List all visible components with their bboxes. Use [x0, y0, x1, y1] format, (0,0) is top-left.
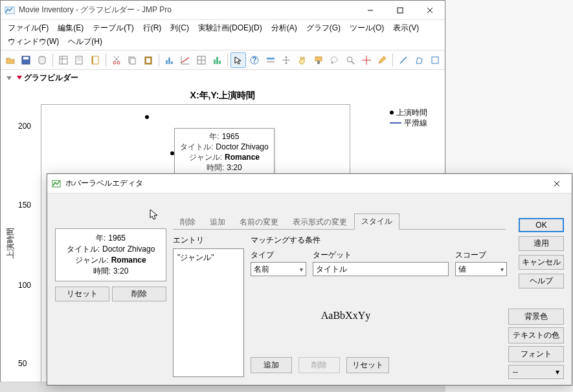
menu-tools[interactable]: ツール(O)	[345, 21, 388, 35]
form-add-button[interactable]: 追加	[251, 357, 292, 373]
svg-line-50	[400, 57, 407, 63]
svg-rect-21	[130, 58, 135, 64]
svg-marker-54	[17, 76, 22, 80]
svg-line-47	[352, 61, 354, 64]
window-title: Movie Inventory - グラフビルダー - JMP Pro	[19, 5, 355, 16]
toolbar-zoom-icon[interactable]	[343, 52, 358, 68]
svg-rect-8	[60, 56, 67, 64]
toolbar-fitY-icon[interactable]	[178, 52, 194, 68]
apply-button[interactable]: 適用	[519, 236, 564, 251]
cancel-button[interactable]: キャンセル	[519, 255, 564, 270]
toolbar-fitmodel-icon[interactable]	[194, 52, 209, 68]
menu-tables[interactable]: テーブル(T)	[88, 21, 138, 35]
menu-rows[interactable]: 行(R)	[139, 21, 166, 35]
target-input[interactable]: タイトル	[313, 262, 449, 276]
toolbar-paste-icon[interactable]	[140, 52, 156, 68]
svg-rect-39	[267, 61, 275, 63]
scope-label: スコープ	[455, 250, 506, 261]
svg-marker-53	[6, 76, 12, 80]
hotspot-icon[interactable]	[16, 74, 23, 83]
toolbar-brush-icon[interactable]	[311, 52, 326, 68]
maximize-button[interactable]	[385, 1, 415, 19]
toolbar-copy-icon[interactable]	[125, 52, 140, 68]
svg-point-16	[113, 61, 116, 64]
target-label: ターゲット	[313, 250, 449, 261]
toolbar-newscript-icon[interactable]	[72, 52, 87, 68]
toolbar-scroller-icon[interactable]	[278, 52, 294, 68]
app-icon	[5, 5, 15, 16]
tab-delete[interactable]: 削除	[173, 214, 203, 230]
menu-window[interactable]: ウィンドウ(W)	[3, 35, 63, 49]
toolbar-arrow-icon[interactable]	[230, 52, 246, 68]
toolbar-help-icon[interactable]: ?	[247, 52, 262, 68]
close-button[interactable]	[415, 1, 445, 19]
dialog-titlebar[interactable]: ホバーラベルエディタ	[47, 174, 572, 193]
tab-format[interactable]: 表示形式の変更	[286, 214, 354, 230]
form-delete-button[interactable]: 削除	[298, 357, 340, 373]
svg-line-18	[115, 56, 119, 61]
menu-help[interactable]: ヘルプ(H)	[63, 35, 107, 49]
toolbar-selrows-icon[interactable]	[263, 52, 278, 68]
font-button[interactable]: フォント	[508, 346, 564, 362]
toolbar-polygon-icon[interactable]	[412, 52, 427, 68]
toolbar-chart-icon[interactable]	[210, 52, 225, 68]
toolbar-line-icon[interactable]	[396, 52, 411, 68]
toolbar-database-icon[interactable]	[34, 52, 50, 68]
toolbar-open-icon[interactable]	[3, 52, 18, 68]
menu-edit[interactable]: 編集(E)	[53, 21, 88, 35]
entry-label: エントリ	[173, 234, 244, 248]
menu-analyze[interactable]: 分析(A)	[267, 21, 302, 35]
toolbar: ?	[1, 50, 445, 70]
tab-rename[interactable]: 名前の変更	[232, 214, 286, 230]
legend-line-icon	[390, 122, 401, 124]
toolbar-crosshair-icon[interactable]	[359, 52, 374, 68]
menu-doe[interactable]: 実験計画(DOE)(D)	[194, 21, 267, 35]
form-reset-button[interactable]: リセット	[346, 357, 389, 373]
dialog-close-button[interactable]	[542, 174, 572, 193]
ok-button[interactable]: OK	[519, 218, 564, 232]
legend-item-points[interactable]: 上演時間	[390, 107, 427, 118]
toolbar-newjournal-icon[interactable]	[87, 52, 103, 68]
toolbar-annotate-icon[interactable]	[374, 52, 390, 68]
scope-select[interactable]: 値▾	[455, 262, 507, 276]
svg-rect-33	[214, 60, 216, 64]
preview-reset-button[interactable]: リセット	[55, 287, 109, 301]
textcolor-button[interactable]: テキストの色	[508, 327, 564, 343]
data-point[interactable]	[145, 115, 149, 119]
y-axis-label: 上演時間	[5, 228, 16, 259]
legend-item-smoother[interactable]: 平滑線	[390, 118, 427, 128]
toolbar-lasso-icon[interactable]	[326, 52, 342, 68]
toolbar-cut-icon[interactable]	[109, 52, 124, 68]
list-item[interactable]: "ジャンル"	[176, 252, 241, 264]
toolbar-save-icon[interactable]	[19, 52, 34, 68]
menu-view[interactable]: 表示(V)	[388, 21, 423, 35]
disclosure-icon[interactable]	[5, 74, 14, 83]
matching-conditions-label: マッチングする条件	[251, 234, 506, 246]
svg-rect-23	[146, 58, 150, 63]
menu-file[interactable]: ファイル(F)	[3, 21, 53, 35]
chart-title: X:年,Y:上演時間	[8, 90, 437, 102]
tab-add[interactable]: 追加	[203, 214, 232, 230]
entry-listbox[interactable]: "ジャンル"	[173, 248, 244, 377]
type-select[interactable]: 名前▾	[251, 262, 306, 276]
toolbar-distribution-icon[interactable]	[162, 52, 177, 68]
minimize-button[interactable]	[355, 1, 385, 19]
toolbar-newtable-icon[interactable]	[56, 52, 71, 68]
panel-header[interactable]: グラフビルダー	[1, 70, 445, 86]
bgcolor-button[interactable]: 背景色	[508, 309, 564, 325]
preview-delete-button[interactable]: 削除	[112, 287, 166, 301]
svg-rect-25	[168, 58, 170, 64]
toolbar-hand-icon[interactable]	[295, 52, 310, 68]
toolbar-simpleshape-icon[interactable]	[427, 52, 443, 68]
ytick-200: 200	[18, 122, 31, 131]
menu-cols[interactable]: 列(C)	[166, 21, 194, 35]
svg-point-45	[331, 61, 333, 63]
svg-rect-43	[317, 61, 320, 64]
menu-graph[interactable]: グラフ(G)	[302, 21, 345, 35]
tab-style[interactable]: スタイル	[354, 213, 399, 230]
svg-point-17	[117, 61, 120, 64]
help-button[interactable]: ヘルプ	[519, 274, 564, 289]
fontsize-select[interactable]: --▾	[508, 365, 564, 379]
chevron-down-icon: ▾	[556, 367, 559, 376]
svg-rect-6	[23, 57, 28, 60]
